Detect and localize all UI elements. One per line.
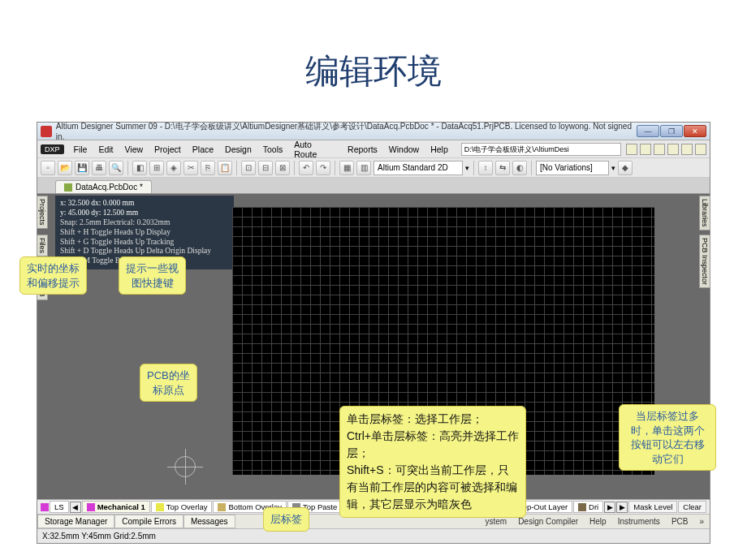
path-field[interactable]: D:\电子学会板级讲义\AltiumDesi bbox=[461, 143, 621, 156]
menu-autoroute[interactable]: Auto Route bbox=[289, 138, 341, 161]
cut-icon[interactable]: ✂ bbox=[184, 161, 198, 175]
callout-coord: 实时的坐标 和偏移提示 bbox=[19, 256, 87, 295]
separator bbox=[531, 161, 532, 175]
menu-view[interactable]: View bbox=[120, 143, 149, 156]
app-icon bbox=[41, 126, 52, 137]
menu-file[interactable]: File bbox=[69, 143, 93, 156]
tool-icon[interactable]: ⊞ bbox=[149, 161, 164, 175]
pcb-doc-icon bbox=[64, 183, 72, 192]
tool-icon[interactable]: ⊠ bbox=[275, 161, 290, 175]
slide-title: 编辑环境 bbox=[0, 49, 747, 94]
tool-icon[interactable]: ◐ bbox=[512, 161, 527, 175]
vtab-pcb-inspector[interactable]: PCB Inspector bbox=[699, 235, 710, 288]
redo-icon[interactable]: ↷ bbox=[316, 161, 330, 175]
status-text: X:32.5mm Y:45mm Grid:2.5mm bbox=[42, 532, 156, 541]
menubar: DXP File Edit View Project Place Design … bbox=[37, 140, 710, 158]
separator bbox=[236, 161, 237, 175]
panel-instruments[interactable]: Instruments bbox=[612, 515, 666, 528]
titlebar: Altium Designer Summer 09 - D:\电子学会板级讲义\… bbox=[37, 123, 710, 140]
hud-coords-y: y: 45.000 dy: 12.500 mm bbox=[60, 209, 229, 218]
toolbar-icon[interactable] bbox=[626, 144, 637, 155]
menu-design[interactable]: Design bbox=[220, 143, 257, 156]
doc-tab[interactable]: DataAcq.PcbDoc * bbox=[55, 180, 152, 193]
paste-icon[interactable]: 📋 bbox=[218, 161, 232, 175]
vtab-projects[interactable]: Projects bbox=[37, 196, 48, 229]
hud-snap: Snap: 2.5mm Electrical: 0.2032mm bbox=[60, 218, 229, 228]
tool-icon[interactable]: ⊡ bbox=[241, 161, 256, 175]
separator bbox=[335, 161, 335, 175]
titlebar-text: Altium Designer Summer 09 - D:\电子学会板级讲义\… bbox=[56, 121, 637, 141]
toolbar-icon[interactable] bbox=[654, 144, 665, 155]
layer-tab-mechanical1[interactable]: Mechanical 1 bbox=[82, 501, 150, 513]
undo-icon[interactable]: ↶ bbox=[299, 161, 313, 175]
doc-tab-label: DataAcq.PcbDoc * bbox=[76, 183, 143, 192]
save-icon[interactable]: 💾 bbox=[75, 161, 89, 175]
toolbar-icon[interactable] bbox=[640, 144, 651, 155]
menu-help[interactable]: Help bbox=[425, 143, 453, 156]
tool-icon[interactable]: ⊟ bbox=[258, 161, 273, 175]
tool-icon[interactable]: ↕ bbox=[478, 161, 493, 175]
status-bar: X:32.5mm Y:45mm Grid:2.5mm bbox=[37, 528, 710, 543]
tool-icon[interactable]: ◈ bbox=[166, 161, 181, 175]
dxp-logo[interactable]: DXP bbox=[41, 144, 64, 154]
toolbar-icon[interactable] bbox=[695, 144, 706, 155]
vtab-files[interactable]: Files bbox=[37, 235, 48, 256]
copy-icon[interactable]: ⎘ bbox=[201, 161, 215, 175]
layer-nav-left[interactable]: ◀ bbox=[70, 502, 81, 513]
menu-edit[interactable]: Edit bbox=[93, 143, 118, 156]
close-button[interactable]: ✕ bbox=[684, 125, 706, 137]
open-icon[interactable]: 📂 bbox=[58, 161, 72, 175]
hud-shortcut: Shift + D Toggle Heads Up Delta Origin D… bbox=[60, 247, 229, 256]
layer-tab-top-overlay[interactable]: Top Overlay bbox=[151, 501, 213, 513]
pcb-origin-marker bbox=[167, 449, 203, 485]
layer-swatch bbox=[218, 503, 226, 511]
vtab-libraries[interactable]: Libraries bbox=[699, 196, 710, 230]
layer-tab-drill[interactable]: Dri bbox=[573, 501, 603, 513]
menu-project[interactable]: Project bbox=[149, 143, 186, 156]
callout-navbtn: 当层标签过多时，单击这两个按钮可以左右移动它们 bbox=[619, 404, 716, 471]
mask-level-button[interactable]: Mask Level bbox=[628, 501, 677, 513]
panel-help[interactable]: Help bbox=[584, 515, 612, 528]
layer-swatch bbox=[156, 503, 164, 511]
menu-place[interactable]: Place bbox=[188, 143, 218, 156]
separator bbox=[127, 161, 128, 175]
layer-swatch bbox=[578, 503, 586, 511]
panel-pin-icon[interactable]: » bbox=[693, 515, 710, 528]
ls-button[interactable]: LS bbox=[50, 501, 69, 513]
callout-origin: PCB的坐 标原点 bbox=[140, 364, 197, 402]
tool-icon[interactable]: ▥ bbox=[356, 161, 371, 175]
panel-compile-errors[interactable]: Compile Errors bbox=[114, 515, 184, 528]
view-mode-select[interactable]: Altium Standard 2D bbox=[374, 161, 463, 175]
panel-messages[interactable]: Messages bbox=[184, 515, 235, 528]
clear-button[interactable]: Clear bbox=[678, 501, 706, 513]
new-icon[interactable]: ▫ bbox=[41, 161, 55, 175]
menubar-right-icons bbox=[626, 144, 706, 155]
layer-nav-right[interactable]: ▶ bbox=[604, 502, 615, 513]
hud-shortcut: Shift + H Toggle Heads Up Display bbox=[60, 228, 229, 238]
print-icon[interactable]: 🖶 bbox=[92, 161, 106, 175]
tool-icon[interactable]: ⇆ bbox=[495, 161, 510, 175]
toolbar-icon[interactable] bbox=[681, 144, 693, 155]
tool-icon[interactable]: ◆ bbox=[618, 161, 633, 175]
layer-nav-end[interactable]: ▶ bbox=[616, 502, 628, 513]
hud-shortcut: Shift + G Toggle Heads Up Tracking bbox=[60, 238, 229, 248]
menu-tools[interactable]: Tools bbox=[258, 143, 288, 156]
panel-pcb[interactable]: PCB bbox=[666, 515, 694, 528]
menu-window[interactable]: Window bbox=[384, 143, 424, 156]
variations-select[interactable]: [No Variations] bbox=[536, 161, 609, 175]
tool-icon[interactable]: ▦ bbox=[339, 161, 354, 175]
layer-label: Mechanical 1 bbox=[97, 502, 145, 511]
menu-reports[interactable]: Reports bbox=[343, 143, 382, 156]
separator bbox=[294, 161, 295, 175]
maximize-button[interactable]: ❐ bbox=[660, 125, 683, 137]
separator bbox=[473, 161, 474, 175]
tool-icon[interactable]: ◧ bbox=[132, 161, 147, 175]
layer-swatch bbox=[41, 503, 49, 511]
toolbar-icon[interactable] bbox=[667, 144, 679, 155]
callout-layersel: 单击层标签：选择工作层； Ctrl+单击层标签：高亮并选择工作层； Shift+… bbox=[339, 406, 526, 518]
minimize-button[interactable]: — bbox=[637, 125, 659, 137]
panel-storage-manager[interactable]: Storage Manager bbox=[37, 515, 114, 528]
preview-icon[interactable]: 🔍 bbox=[109, 161, 123, 175]
callout-layertab: 层标签 bbox=[263, 507, 309, 532]
document-tabs: DataAcq.PcbDoc * bbox=[37, 178, 710, 194]
